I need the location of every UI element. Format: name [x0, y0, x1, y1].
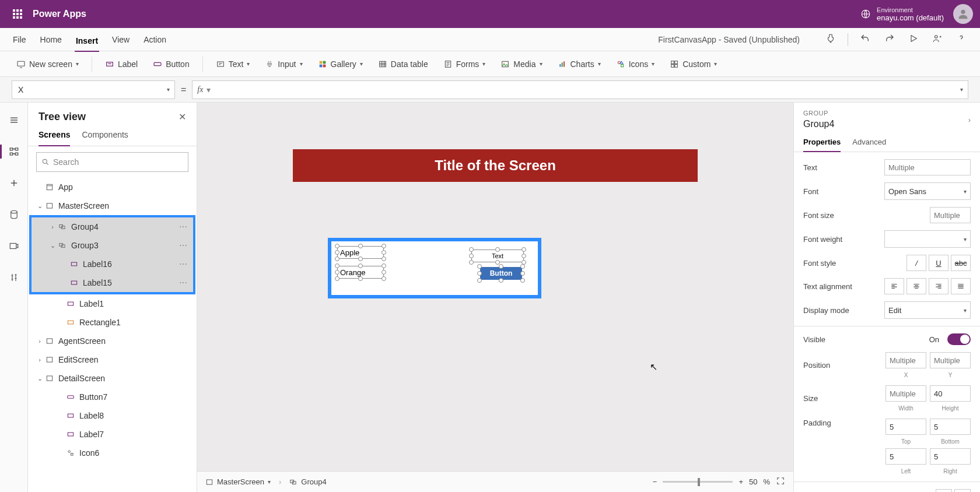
insert-charts-menu[interactable]: Charts▾ [553, 57, 606, 71]
environment-name: enayu.com (default) [877, 13, 944, 22]
user-avatar[interactable] [953, 4, 973, 24]
tab-screens[interactable]: Screens [38, 130, 70, 146]
align-right-button[interactable] [929, 278, 949, 294]
status-screen-selector[interactable]: MasterScreen ▾ [205, 477, 271, 486]
prop-x-input[interactable] [886, 352, 926, 368]
zoom-slider[interactable] [663, 481, 733, 483]
insert-media-menu[interactable]: Media▾ [496, 57, 547, 71]
more-icon[interactable]: ⋯ [179, 241, 188, 250]
font-color-button[interactable]: A [936, 489, 952, 492]
more-icon[interactable]: ⋯ [179, 278, 188, 287]
canvas-label-apple[interactable]: Apple [337, 246, 384, 259]
prop-fontsize-input[interactable] [930, 207, 971, 223]
underline-button[interactable]: U [929, 255, 949, 271]
canvas-title-banner[interactable]: Title of the Screen [293, 149, 698, 182]
align-left-button[interactable] [884, 278, 904, 294]
canvas-button-preview[interactable]: Button [480, 267, 522, 280]
more-icon[interactable]: ⋯ [179, 259, 188, 269]
prop-padtop-input[interactable] [886, 419, 926, 435]
canvas-group-selection[interactable]: Apple Orange Text Button [328, 238, 541, 298]
new-screen-button[interactable]: New screen▾ [12, 57, 83, 71]
zoom-in-button[interactable]: + [738, 477, 743, 486]
align-center-button[interactable] [907, 278, 926, 294]
italic-button[interactable]: / [907, 255, 926, 271]
app-launcher-icon[interactable] [7, 3, 28, 24]
chevron-right-icon[interactable]: › [968, 115, 971, 124]
canvas-label-orange[interactable]: Orange [337, 266, 384, 279]
menu-home[interactable]: Home [39, 33, 63, 47]
tree-node-label7[interactable]: Label7 [28, 425, 197, 444]
prop-width-input[interactable] [886, 385, 926, 402]
insert-forms-menu[interactable]: Forms▾ [439, 57, 491, 71]
app-checker-icon[interactable] [823, 31, 838, 48]
share-icon[interactable] [930, 31, 945, 48]
property-selector[interactable]: X ▾ [12, 80, 175, 99]
canvas-label-text[interactable]: Text [471, 249, 524, 262]
menu-file[interactable]: File [12, 33, 27, 47]
prop-visible-toggle[interactable] [947, 333, 971, 345]
rail-tree-view-icon[interactable] [5, 142, 23, 161]
insert-gallery-menu[interactable]: Gallery▾ [313, 57, 368, 71]
prop-fontweight-select[interactable]: ▾ [884, 230, 971, 248]
rail-data-icon[interactable] [5, 205, 23, 224]
insert-custom-menu[interactable]: Custom▾ [665, 57, 722, 71]
insert-input-menu[interactable]: Input▾ [260, 57, 307, 71]
insert-label-button[interactable]: Label [100, 57, 142, 71]
prop-displaymode-select[interactable]: Edit▾ [884, 301, 971, 319]
more-icon[interactable]: ⋯ [179, 222, 188, 231]
insert-text-menu[interactable]: Text▾ [211, 57, 255, 71]
tree-node-rectangle1[interactable]: Rectangle1 [28, 313, 197, 332]
prop-padleft-input[interactable] [886, 448, 926, 465]
tree-node-editscreen[interactable]: › EditScreen [28, 350, 197, 369]
formula-input[interactable]: fx ▾ ▾ [192, 80, 968, 99]
undo-icon[interactable] [858, 31, 873, 48]
align-justify-button[interactable] [951, 278, 971, 294]
strikethrough-button[interactable]: abc [951, 255, 971, 271]
prop-height-input[interactable] [930, 385, 971, 402]
rail-media-icon[interactable] [5, 237, 23, 255]
environment-selector[interactable]: Environment enayu.com (default) [860, 6, 944, 22]
tree-node-label16[interactable]: Label16 ⋯ [32, 255, 193, 273]
separator [202, 57, 203, 72]
tab-components[interactable]: Components [82, 130, 128, 146]
help-icon[interactable] [954, 30, 968, 48]
play-icon[interactable] [907, 31, 921, 47]
canvas-screen-preview[interactable]: Title of the Screen Apple Orange Text [293, 149, 698, 377]
tree-node-masterscreen[interactable]: ⌄ MasterScreen [28, 196, 197, 215]
fit-to-window-icon[interactable] [776, 476, 785, 487]
tree-node-button7[interactable]: Button7 [28, 388, 197, 406]
menu-action[interactable]: Action [142, 33, 167, 47]
fill-color-button[interactable] [954, 489, 971, 492]
menu-view[interactable]: View [111, 33, 131, 47]
rail-tools-icon[interactable] [5, 268, 23, 287]
close-icon[interactable]: ✕ [178, 111, 186, 122]
prop-padright-input[interactable] [930, 448, 971, 465]
tree-node-label8[interactable]: Label8 [28, 406, 197, 425]
tree-node-group3[interactable]: ⌄ Group3 ⋯ [32, 236, 193, 255]
svg-rect-19 [621, 64, 623, 66]
prop-y-input[interactable] [930, 352, 971, 368]
menu-insert[interactable]: Insert [75, 34, 99, 52]
redo-icon[interactable] [882, 31, 897, 48]
tree-node-label15[interactable]: Label15 ⋯ [32, 273, 193, 292]
prop-fontstyle-label: Font style [803, 259, 902, 268]
rail-hamburger-icon[interactable] [5, 111, 23, 129]
insert-icons-menu[interactable]: Icons▾ [611, 57, 659, 71]
tree-search-input[interactable]: Search [36, 152, 188, 172]
prop-padbottom-input[interactable] [930, 419, 971, 435]
tree-node-group4[interactable]: › Group4 ⋯ [32, 217, 193, 236]
zoom-out-button[interactable]: − [653, 477, 657, 486]
prop-font-select[interactable]: Open Sans▾ [884, 182, 971, 200]
insert-datatable-button[interactable]: Data table [373, 57, 433, 71]
tree-node-icon6[interactable]: Icon6 [28, 444, 197, 462]
status-selection[interactable]: Group4 [289, 477, 326, 486]
prop-text-input[interactable] [884, 159, 971, 175]
rail-insert-icon[interactable] [5, 174, 23, 192]
props-tab-properties[interactable]: Properties [803, 138, 841, 152]
tree-node-label1[interactable]: Label1 [28, 294, 197, 313]
props-tab-advanced[interactable]: Advanced [852, 138, 886, 152]
tree-node-agentscreen[interactable]: › AgentScreen [28, 332, 197, 350]
insert-button-button[interactable]: Button [148, 57, 194, 71]
tree-node-app[interactable]: App [28, 178, 197, 196]
tree-node-detailscreen[interactable]: ⌄ DetailScreen [28, 369, 197, 388]
